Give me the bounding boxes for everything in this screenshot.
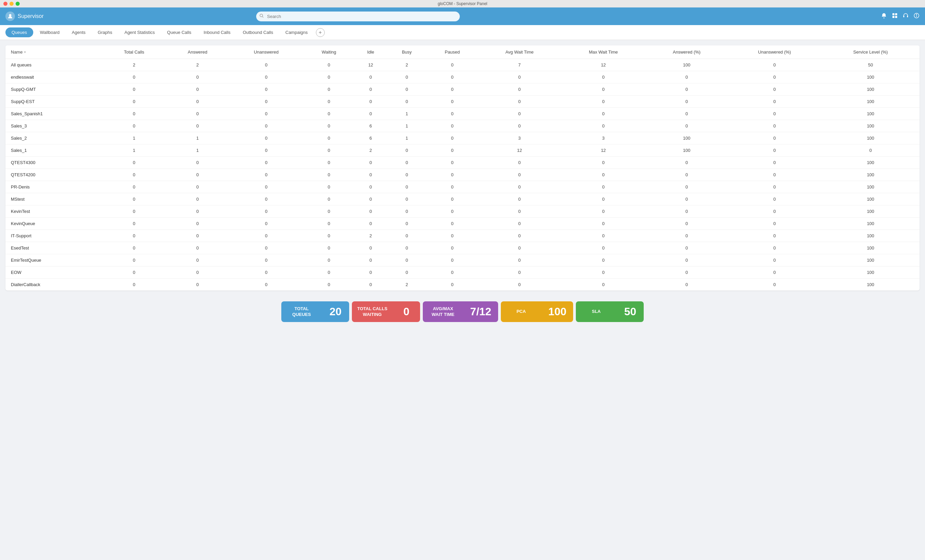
minimize-button[interactable] <box>9 2 14 6</box>
tab-outbound-calls[interactable]: Outbound Calls <box>237 25 279 40</box>
queue-data-cell: 0 <box>426 206 478 218</box>
table-row[interactable]: EmirTestQueue00000000000100 <box>5 254 920 266</box>
close-button[interactable] <box>3 2 8 6</box>
table-row[interactable]: DiallerCallback00000200000100 <box>5 279 920 291</box>
queue-data-cell: 0 <box>387 169 426 181</box>
queue-data-cell: 0 <box>561 169 646 181</box>
table-row[interactable]: SuppQ-EST00000000000100 <box>5 96 920 108</box>
stat-pca-label: PCA <box>501 301 542 322</box>
maximize-button[interactable] <box>16 2 20 6</box>
search-bar[interactable] <box>256 12 460 21</box>
queue-data-cell: 0 <box>229 83 303 96</box>
table-row[interactable]: EsedTest00000000000100 <box>5 242 920 254</box>
queue-data-cell: 0 <box>354 83 387 96</box>
queue-data-cell: 0 <box>166 120 229 132</box>
tab-inbound-calls[interactable]: Inbound Calls <box>198 25 236 40</box>
headset-icon[interactable] <box>902 12 909 20</box>
queue-data-cell: 1 <box>387 132 426 144</box>
svg-rect-8 <box>907 16 908 17</box>
queue-data-cell: 0 <box>646 181 728 193</box>
queue-data-cell: 0 <box>354 206 387 218</box>
queue-data-cell: 0 <box>229 230 303 242</box>
table-row[interactable]: Sales_Spanish100000100000100 <box>5 108 920 120</box>
col-service-level: Service Level (%) <box>821 45 920 59</box>
info-icon[interactable] <box>913 12 920 20</box>
queue-data-cell: 0 <box>728 218 821 230</box>
queue-data-cell: 0 <box>304 157 354 169</box>
queue-data-cell: 0 <box>102 71 166 83</box>
col-name[interactable]: Name ▾ <box>5 45 102 59</box>
queue-data-cell: 0 <box>229 206 303 218</box>
queue-data-cell: 7 <box>478 59 561 71</box>
tab-agent-statistics[interactable]: Agent Statistics <box>119 25 161 40</box>
tab-agents[interactable]: Agents <box>66 25 91 40</box>
queue-data-cell: 0 <box>354 242 387 254</box>
queue-data-cell: 0 <box>478 83 561 96</box>
queue-data-cell: 100 <box>821 108 920 120</box>
grid-icon[interactable] <box>892 12 898 20</box>
stat-sla-label: SLA <box>576 301 616 322</box>
queue-data-cell: 0 <box>646 230 728 242</box>
table-row[interactable]: Sales_300006100000100 <box>5 120 920 132</box>
queues-table: Name ▾ Total Calls Answered Unanswered W… <box>5 45 920 291</box>
queue-data-cell: 12 <box>478 144 561 157</box>
main-content: Name ▾ Total Calls Answered Unanswered W… <box>0 40 925 296</box>
queue-data-cell: 0 <box>646 71 728 83</box>
queue-data-cell: 0 <box>304 181 354 193</box>
queue-data-cell: 0 <box>646 169 728 181</box>
queue-data-cell: 100 <box>821 71 920 83</box>
add-tab-button[interactable]: + <box>316 28 325 37</box>
queue-name-cell: QTEST4200 <box>5 169 102 181</box>
table-row[interactable]: endlesswait00000000000100 <box>5 71 920 83</box>
queue-data-cell: 0 <box>304 266 354 279</box>
queue-data-cell: 6 <box>354 120 387 132</box>
table-row[interactable]: KevinTest00000000000100 <box>5 206 920 218</box>
queue-data-cell: 0 <box>728 169 821 181</box>
queue-data-cell: 100 <box>821 181 920 193</box>
queue-data-cell: 0 <box>387 254 426 266</box>
queue-data-cell: 0 <box>561 218 646 230</box>
stat-total-queues-value: 20 <box>322 301 349 322</box>
window-controls[interactable] <box>3 2 20 6</box>
table-row[interactable]: PR-Denis00000000000100 <box>5 181 920 193</box>
window-title: gloCOM - Supervisor Panel <box>438 2 487 6</box>
table-row[interactable]: EOW00000000000100 <box>5 266 920 279</box>
queue-data-cell: 0 <box>561 206 646 218</box>
queue-data-cell: 0 <box>304 120 354 132</box>
queue-data-cell: 0 <box>478 230 561 242</box>
svg-rect-4 <box>895 13 897 15</box>
queue-data-cell: 0 <box>387 144 426 157</box>
queue-data-cell: 0 <box>166 242 229 254</box>
queue-data-cell: 0 <box>166 206 229 218</box>
queue-data-cell: 100 <box>646 59 728 71</box>
queue-data-cell: 100 <box>821 206 920 218</box>
queue-name-cell: Sales_2 <box>5 132 102 144</box>
queue-data-cell: 100 <box>821 254 920 266</box>
tab-wallboard[interactable]: Wallboard <box>35 25 65 40</box>
queue-data-cell: 2 <box>387 59 426 71</box>
queue-data-cell: 100 <box>821 120 920 132</box>
search-input[interactable] <box>256 12 460 21</box>
table-row[interactable]: Sales_11100200121210000 <box>5 144 920 157</box>
svg-point-1 <box>260 14 263 17</box>
table-row[interactable]: QTEST430000000000000100 <box>5 157 920 169</box>
queue-data-cell: 0 <box>229 193 303 206</box>
svg-rect-6 <box>895 16 897 18</box>
col-unanswered: Unanswered <box>229 45 303 59</box>
table-row[interactable]: QTEST420000000000000100 <box>5 169 920 181</box>
tab-queues[interactable]: Queues <box>5 27 33 37</box>
queue-data-cell: 1 <box>102 132 166 144</box>
table-row[interactable]: Sales_21100610331000100 <box>5 132 920 144</box>
table-row[interactable]: IT-Support00002000000100 <box>5 230 920 242</box>
queue-data-cell: 0 <box>166 169 229 181</box>
stat-total-queues-label: TOTALQUEUES <box>281 301 322 322</box>
table-row[interactable]: SuppQ-GMT00000000000100 <box>5 83 920 96</box>
tab-queue-calls[interactable]: Queue Calls <box>161 25 197 40</box>
table-row[interactable]: KevinQueue00000000000100 <box>5 218 920 230</box>
tab-campaigns[interactable]: Campaigns <box>280 25 313 40</box>
bell-icon[interactable] <box>881 12 887 20</box>
tab-graphs[interactable]: Graphs <box>92 25 118 40</box>
table-row[interactable]: All queues22001220712100050 <box>5 59 920 71</box>
queue-data-cell: 0 <box>561 120 646 132</box>
table-row[interactable]: MStest00000000000100 <box>5 193 920 206</box>
